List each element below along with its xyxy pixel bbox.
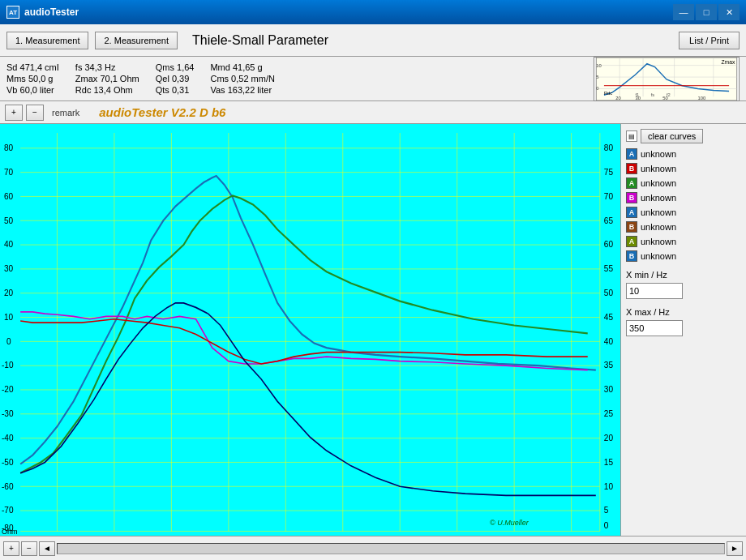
svg-text:Rdc: Rdc bbox=[604, 91, 612, 96]
main-area: 80 70 60 50 40 30 20 10 0 -10 -20 -30 -4… bbox=[0, 124, 746, 536]
thiele-small-title: Thiele-Small Parameter bbox=[192, 33, 664, 48]
legend-badge-a4: A bbox=[626, 236, 637, 247]
svg-text:Zmax: Zmax bbox=[721, 58, 735, 64]
bottom-bar: + − ◄ ► bbox=[0, 536, 746, 560]
svg-text:10: 10 bbox=[596, 62, 601, 67]
scroll-icon: ▤ bbox=[626, 130, 637, 142]
vb-param: Vb 60,0 liter bbox=[6, 85, 59, 95]
svg-text:60: 60 bbox=[4, 190, 13, 201]
legend-badge-a1: A bbox=[626, 148, 637, 160]
legend-badge-a3: A bbox=[626, 207, 637, 218]
svg-text:0: 0 bbox=[6, 336, 11, 346]
svg-text:30: 30 bbox=[4, 263, 13, 274]
legend-label-6: unknown bbox=[641, 222, 676, 232]
svg-text:-50: -50 bbox=[2, 456, 14, 467]
svg-text:0: 0 bbox=[604, 520, 609, 531]
svg-text:10: 10 bbox=[604, 481, 613, 491]
list-item: B unknown bbox=[626, 192, 741, 203]
svg-text:5: 5 bbox=[596, 75, 598, 79]
list-item: B unknown bbox=[626, 250, 741, 262]
mmd-param: Mmd 41,65 g bbox=[210, 62, 274, 72]
svg-text:Ohm: Ohm bbox=[2, 526, 18, 535]
app-icon: AT bbox=[6, 6, 19, 19]
window-controls: — □ ✕ bbox=[673, 4, 740, 20]
close-button[interactable]: ✕ bbox=[718, 4, 740, 20]
fs-param: fs 34,3 Hz bbox=[75, 62, 139, 72]
scroll-back-button[interactable]: ◄ bbox=[39, 541, 55, 556]
svg-text:-60: -60 bbox=[2, 481, 14, 491]
zoom-out-button[interactable]: − bbox=[26, 105, 44, 121]
svg-text:20: 20 bbox=[4, 288, 13, 298]
xmin-label: X min / Hz bbox=[626, 270, 741, 280]
svg-text:-10: -10 bbox=[2, 360, 14, 370]
legend-badge-b3: B bbox=[626, 221, 637, 233]
zoom-in-button[interactable]: + bbox=[5, 105, 23, 121]
scrollbar-track[interactable] bbox=[57, 543, 725, 554]
svg-text:70: 70 bbox=[4, 166, 13, 177]
svg-rect-21 bbox=[0, 124, 620, 536]
qts-param: Qts 0,31 bbox=[156, 85, 195, 95]
sd-param: Sd 471,4 cmI bbox=[6, 62, 59, 72]
xmax-input[interactable] bbox=[626, 320, 683, 336]
qel-param: Qel 0,39 bbox=[156, 74, 195, 83]
svg-text:70: 70 bbox=[604, 190, 613, 201]
list-item: A unknown bbox=[626, 177, 741, 189]
svg-text:-30: -30 bbox=[2, 408, 14, 419]
xmin-input[interactable] bbox=[626, 283, 683, 299]
mms-param: Mms 50,0 g bbox=[6, 74, 59, 83]
list-item: A unknown bbox=[626, 207, 741, 218]
svg-text:50: 50 bbox=[662, 96, 667, 100]
list-item: B unknown bbox=[626, 221, 741, 233]
svg-text:75: 75 bbox=[604, 166, 613, 177]
scroll-left-button[interactable]: + bbox=[3, 541, 19, 556]
remark-label: remark bbox=[52, 108, 79, 118]
svg-text:-20: -20 bbox=[2, 384, 14, 395]
svg-text:10: 10 bbox=[4, 311, 13, 322]
qms-param: Qms 1,64 bbox=[156, 62, 195, 72]
legend-label-4: unknown bbox=[641, 193, 676, 203]
parameters-section: Sd 471,4 cmI Mms 50,0 g Vb 60,0 liter fs… bbox=[0, 57, 746, 101]
params-col-3: Qms 1,64 Qel 0,39 Qts 0,31 bbox=[156, 62, 195, 95]
params-col-1: Sd 471,4 cmI Mms 50,0 g Vb 60,0 liter bbox=[6, 62, 59, 95]
legend-label-7: unknown bbox=[641, 237, 676, 246]
svg-text:30: 30 bbox=[635, 96, 640, 100]
minimize-button[interactable]: — bbox=[673, 4, 694, 20]
svg-text:30: 30 bbox=[604, 384, 613, 395]
svg-text:0: 0 bbox=[596, 86, 598, 91]
main-toolbar: 1. Measurement 2. Measurement Thiele-Sma… bbox=[0, 24, 746, 57]
list-print-button[interactable]: List / Print bbox=[679, 32, 740, 49]
legend-label-1: unknown bbox=[641, 149, 676, 159]
svg-text:40: 40 bbox=[604, 336, 613, 346]
maximize-button[interactable]: □ bbox=[696, 4, 717, 20]
cms-param: Cms 0,52 mm/N bbox=[210, 74, 274, 83]
clear-curves-row: ▤ clear curves bbox=[626, 129, 741, 143]
params-col-4: Mmd 41,65 g Cms 0,52 mm/N Vas 163,22 lit… bbox=[210, 62, 274, 95]
title-bar: AT audioTester — □ ✕ bbox=[0, 0, 746, 24]
chart-container: 80 70 60 50 40 30 20 10 0 -10 -20 -30 -4… bbox=[0, 124, 620, 536]
svg-text:-40: -40 bbox=[2, 432, 14, 442]
svg-text:-70: -70 bbox=[2, 505, 14, 515]
svg-text:35: 35 bbox=[604, 360, 613, 370]
secondary-toolbar: + − remark audioTester V2.2 D b6 bbox=[0, 101, 746, 124]
vas-param: Vas 163,22 liter bbox=[210, 85, 274, 95]
app-title: audioTester bbox=[24, 6, 79, 18]
svg-text:80: 80 bbox=[4, 143, 13, 153]
svg-text:fs: fs bbox=[651, 92, 655, 97]
svg-text:80: 80 bbox=[604, 143, 613, 153]
measurement1-button[interactable]: 1. Measurement bbox=[6, 32, 88, 49]
legend-label-3: unknown bbox=[641, 178, 676, 188]
scroll-down-button[interactable]: − bbox=[21, 541, 37, 556]
right-panel: ▤ clear curves A unknown B unknown A unk… bbox=[620, 124, 746, 536]
svg-text:45: 45 bbox=[604, 311, 613, 322]
xmax-label: X max / Hz bbox=[626, 307, 741, 317]
clear-curves-button[interactable]: clear curves bbox=[641, 129, 703, 143]
scroll-forward-button[interactable]: ► bbox=[727, 541, 743, 556]
audio-tester-version: audioTester V2.2 D b6 bbox=[99, 105, 225, 119]
measurement2-button[interactable]: 2. Measurement bbox=[95, 32, 177, 49]
list-item: A unknown bbox=[626, 148, 741, 160]
svg-text:5: 5 bbox=[604, 505, 609, 515]
params-col-2: fs 34,3 Hz Zmax 70,1 Ohm Rdc 13,4 Ohm bbox=[75, 62, 139, 95]
list-item: A unknown bbox=[626, 236, 741, 247]
legend-badge-b4: B bbox=[626, 250, 637, 262]
list-item: B unknown bbox=[626, 163, 741, 174]
